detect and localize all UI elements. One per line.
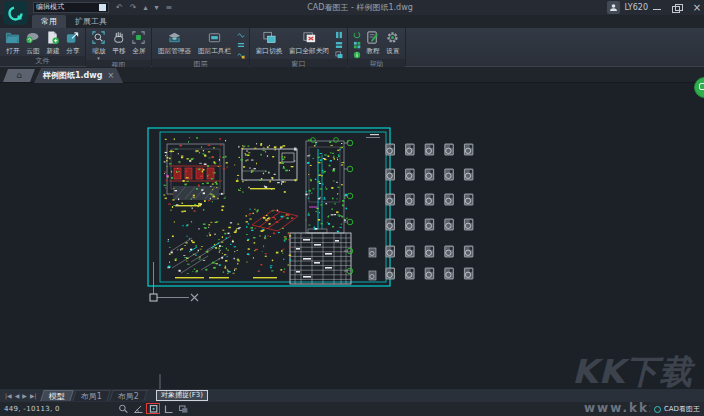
- settings-gear-icon: [385, 30, 400, 45]
- plan-top-left: [166, 144, 224, 206]
- menu-icon[interactable]: ≡: [165, 3, 172, 12]
- isometric-bottom-left: [171, 236, 231, 273]
- cad-drawing[interactable]: [0, 83, 704, 389]
- layout-tab-model[interactable]: 模型: [40, 390, 74, 401]
- down-arrow-icon[interactable]: ▾: [154, 3, 158, 12]
- window-close-all-icon: [302, 30, 317, 45]
- info-icon[interactable]: [353, 51, 361, 59]
- cursor-coordinates: 449, -10113, 0: [4, 405, 60, 413]
- zoom-button[interactable]: 缩放 ▾: [89, 29, 108, 60]
- undo-icon[interactable]: ↶: [116, 3, 123, 12]
- ribbon-group-view: 缩放 ▾ 平移 全屏 视图: [86, 28, 152, 66]
- document-tab-active[interactable]: 样例图纸1.dwg ×: [34, 68, 123, 83]
- layer-color-icon[interactable]: [237, 51, 245, 59]
- mode-selector-label: 编辑模式: [36, 3, 64, 12]
- apps-grid-icon[interactable]: [353, 41, 361, 49]
- stray-symbols: [369, 248, 376, 280]
- title-bar: 编辑模式 ↶ ↷ ▴ ▾ ≡ CAD看图王 - 样例图纸1.dwg LY620 …: [0, 0, 704, 15]
- layer-toolbar-button[interactable]: 图层工具栏: [195, 29, 234, 56]
- window-title: CAD看图王 - 样例图纸1.dwg: [250, 2, 470, 13]
- avatar[interactable]: [607, 1, 620, 14]
- ribbon-group-label-file: 文件: [0, 56, 85, 66]
- last-layout-icon[interactable]: ▶|: [30, 392, 37, 399]
- tutorial-button[interactable]: 教程: [363, 29, 382, 56]
- document-tab-bar: ⌂ 样例图纸1.dwg ×: [0, 67, 704, 83]
- tab-close-icon[interactable]: ×: [107, 71, 114, 80]
- object-snap-tooltip: 对象捕捉(F3): [156, 390, 208, 401]
- polar-tracking-icon[interactable]: [133, 404, 144, 414]
- drawing-canvas[interactable]: [0, 83, 704, 389]
- share-icon: [65, 30, 80, 45]
- close-all-windows-button[interactable]: 窗口全部关闭: [286, 29, 332, 56]
- layer-toolbar-icon: [207, 30, 222, 45]
- ribbon-group-layer: 图层管理器 图层工具栏: [152, 28, 250, 66]
- window-switch-button[interactable]: 窗口切换: [253, 29, 285, 56]
- document-tab-label: 样例图纸1.dwg: [43, 70, 102, 81]
- layout-tab-layout1[interactable]: 布局1: [72, 390, 111, 401]
- person-icon: [609, 3, 618, 12]
- ribbon-tab-extended-tools[interactable]: 扩展工具: [66, 15, 116, 28]
- lineweight-icon[interactable]: [237, 41, 245, 49]
- home-tab[interactable]: ⌂: [3, 69, 35, 82]
- plan-top-middle: [242, 149, 297, 189]
- zoom-icon: [91, 30, 106, 45]
- schedule-table: [290, 229, 351, 284]
- new-file-button[interactable]: 新建: [43, 29, 62, 56]
- folder-open-icon: [5, 30, 20, 45]
- first-layout-icon[interactable]: |◀: [5, 392, 12, 399]
- fullscreen-button[interactable]: 全屏: [129, 29, 148, 56]
- home-icon: ⌂: [16, 69, 22, 82]
- app-window: 编辑模式 ↶ ↷ ▴ ▾ ≡ CAD看图王 - 样例图纸1.dwg LY620 …: [0, 0, 704, 416]
- tile-vertical-icon[interactable]: [335, 31, 343, 39]
- tile-horizontal-icon[interactable]: [335, 41, 343, 49]
- layout-tab-bar: |◀ ◀ ▶ ▶| 模型 布局1 布局2: [0, 389, 704, 402]
- layer-manager-icon: [167, 30, 182, 45]
- drawing-frame: [148, 128, 390, 286]
- snap-settings-icon[interactable]: [178, 404, 189, 414]
- update-icon[interactable]: [353, 31, 361, 39]
- ribbon: 打开 云图 新建: [0, 28, 704, 67]
- redo-icon[interactable]: ↷: [130, 3, 137, 12]
- close-button[interactable]: ×: [692, 3, 702, 13]
- ortho-mode-icon[interactable]: [163, 404, 174, 414]
- mode-selector[interactable]: 编辑模式: [33, 2, 109, 13]
- brand-chip: CAD看图王: [650, 402, 704, 416]
- cascade-windows-icon[interactable]: [335, 51, 343, 59]
- new-file-icon: [45, 30, 60, 45]
- pan-hand-icon: [111, 30, 126, 45]
- quick-access-toolbar: ↶ ↷ ▴ ▾ ≡: [116, 1, 172, 14]
- fullscreen-icon: [131, 30, 146, 45]
- pan-button[interactable]: 平移: [109, 29, 128, 56]
- linetype-icon[interactable]: [237, 31, 245, 39]
- layout-nav-arrows: |◀ ◀ ▶ ▶|: [0, 392, 42, 399]
- isometric-bottom-middle: [252, 210, 298, 231]
- up-arrow-icon[interactable]: ▴: [143, 3, 147, 12]
- help-small-tools: [351, 29, 362, 59]
- ribbon-tab-common[interactable]: 常用: [32, 15, 66, 28]
- share-button[interactable]: 分享: [63, 29, 82, 56]
- ribbon-group-file: 打开 云图 新建: [0, 28, 86, 66]
- ribbon-tab-bar: 常用 扩展工具: [0, 15, 704, 28]
- minimize-button[interactable]: [652, 3, 662, 13]
- table-text-marks: [296, 239, 339, 278]
- settings-button[interactable]: 设置: [383, 29, 402, 56]
- zoom-status-icon[interactable]: [118, 404, 129, 414]
- app-logo-icon[interactable]: [3, 1, 28, 25]
- prev-layout-icon[interactable]: ◀: [15, 392, 20, 399]
- status-bar: 449, -10113, 0: [0, 402, 704, 416]
- layout-tab-layout2[interactable]: 布局2: [109, 390, 148, 401]
- open-button[interactable]: 打开: [3, 29, 22, 56]
- user-account[interactable]: LY620: [607, 1, 648, 14]
- window-switch-icon: [262, 30, 277, 45]
- ribbon-group-window: 窗口切换 窗口全部关闭: [250, 28, 348, 66]
- next-layout-icon[interactable]: ▶: [22, 392, 27, 399]
- brand-label: CAD看图王: [664, 404, 700, 414]
- cloud-drawing-button[interactable]: 云图: [23, 29, 42, 56]
- layer-manager-button[interactable]: 图层管理器: [155, 29, 194, 56]
- logo-ring-icon: [7, 5, 24, 22]
- mode-selector-toggle[interactable]: [99, 4, 106, 11]
- highlight-red-box: [146, 403, 160, 414]
- layer-small-tools: [235, 29, 246, 59]
- restore-button[interactable]: [672, 3, 682, 13]
- section-top-right: [306, 138, 344, 233]
